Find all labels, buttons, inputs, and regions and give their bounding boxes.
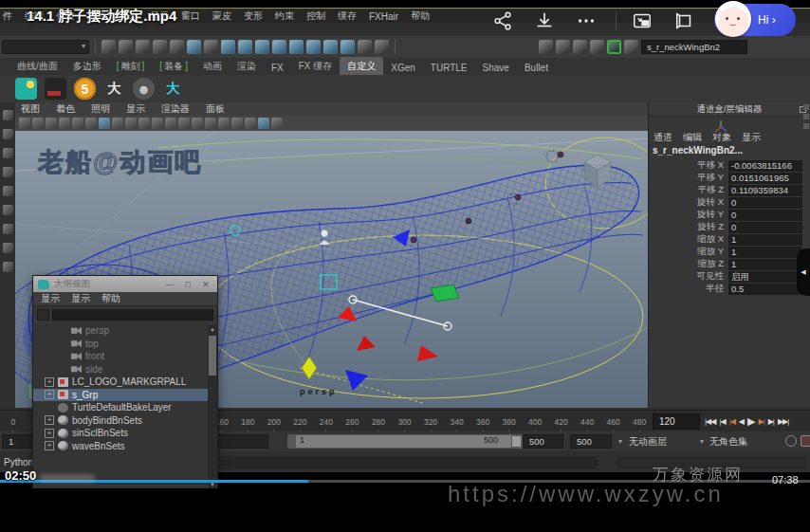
open-scene-icon[interactable] (119, 40, 133, 54)
lock-selection-icon[interactable] (358, 40, 372, 54)
grid-icon[interactable] (99, 118, 110, 129)
panel-menu-item[interactable]: 渲染器 (161, 102, 190, 116)
attribute-value[interactable]: -0.0063815166 (728, 160, 802, 172)
panel-menu-item[interactable]: 着色 (56, 102, 75, 116)
render-frame-icon[interactable] (539, 40, 553, 54)
shadows-icon[interactable] (245, 118, 256, 129)
shelf-tab[interactable]: Shave (475, 60, 517, 75)
bookmark-icon[interactable] (59, 118, 70, 129)
outliner-item[interactable]: + s_Grp (33, 389, 208, 402)
theater-mode-icon[interactable] (672, 8, 698, 34)
playback-end-field[interactable]: 500 (523, 434, 563, 449)
select-object-icon[interactable] (187, 40, 201, 54)
wireframe-icon[interactable] (192, 118, 203, 129)
shaded-icon[interactable] (205, 118, 216, 129)
film-gate-icon[interactable] (112, 118, 123, 129)
scroll-up-icon[interactable]: ▲ (208, 324, 217, 334)
x-ray-icon[interactable] (271, 118, 283, 129)
playback-button[interactable]: |◀◀ (704, 417, 716, 426)
panel-menu-item[interactable]: 视图 (21, 102, 40, 116)
more-icon[interactable] (573, 8, 599, 34)
range-handle[interactable] (512, 436, 521, 447)
hypershade-book-icon[interactable] (624, 40, 638, 54)
animation-end-field[interactable]: 500 (570, 434, 612, 449)
outliner-search-input[interactable] (52, 309, 213, 321)
shelf-tab[interactable]: 雕刻 (109, 57, 153, 75)
attribute-value[interactable]: 0.5 (728, 284, 802, 295)
make-live-icon[interactable] (323, 40, 338, 54)
layout-four-icon[interactable] (3, 243, 13, 253)
outliner-vertical-scrollbar[interactable]: ▲ ▼ (208, 324, 217, 489)
outliner-item[interactable]: + sinSclBnSets (33, 427, 208, 440)
attribute-value[interactable]: 0 (728, 210, 802, 221)
shelf-tab[interactable]: FX 缓存 (291, 57, 341, 75)
playback-button[interactable]: |◀ (718, 417, 726, 426)
account-button[interactable]: Hi › (714, 4, 796, 36)
safe-title-icon[interactable] (178, 118, 190, 129)
textured-icon[interactable] (218, 118, 230, 129)
snap-plane-icon[interactable] (272, 40, 286, 54)
outliner-item[interactable]: + top (33, 338, 208, 351)
attribute-name[interactable]: 平移 Z (649, 184, 724, 196)
render-sequence-icon[interactable] (573, 40, 587, 54)
channel-box-menu-item[interactable]: 通道 (654, 131, 672, 144)
outliner-item[interactable]: + front (33, 350, 208, 363)
share-icon[interactable] (489, 8, 516, 34)
2d-pan-zoom-icon[interactable] (85, 118, 97, 129)
image-plane-icon[interactable] (72, 118, 83, 129)
minimize-button[interactable]: — (163, 280, 176, 289)
lasso-select-icon[interactable] (204, 40, 218, 54)
attribute-name[interactable]: 缩放 Y (649, 246, 724, 258)
new-scene-icon[interactable] (101, 40, 116, 54)
quick-selection-input[interactable]: s_r_neckWingBn2 (641, 40, 747, 54)
snap-help-icon[interactable] (341, 40, 355, 54)
character-set-dropdown[interactable]: 无角色集 (709, 435, 747, 449)
side-panel-toggle[interactable]: ◀ (797, 248, 810, 296)
shelf-tab[interactable]: 多边形 (65, 57, 109, 75)
snap-curve-icon[interactable] (238, 40, 252, 54)
close-button[interactable]: ✕ (199, 280, 212, 289)
menu-item[interactable]: 控制 (306, 9, 325, 23)
outliner-item[interactable]: + TurtleDefaultBakeLayer (33, 401, 208, 414)
menu-item[interactable]: FXHair (369, 11, 398, 22)
shelf-tab[interactable]: Bullet (517, 60, 556, 75)
animation-prefs-icon[interactable] (801, 435, 810, 447)
channel-box-side-tabs[interactable] (803, 104, 809, 129)
menu-item[interactable]: 帮助 (411, 9, 430, 23)
auto-key-icon[interactable] (785, 435, 797, 447)
attribute-value[interactable]: 启用 (728, 271, 802, 283)
attribute-value[interactable]: 0.1109359834 (728, 185, 802, 196)
shelf-tab[interactable]: TURTLE (423, 60, 475, 75)
outliner-menu-item[interactable]: 显示 (41, 292, 60, 305)
attribute-name[interactable]: 旋转 X (649, 196, 724, 209)
shelf-tab[interactable]: 渲染 (230, 57, 264, 75)
attribute-value[interactable]: 0 (728, 222, 802, 233)
layout-single-icon[interactable] (3, 224, 13, 234)
playback-button[interactable]: ◀ (738, 417, 745, 426)
channel-tool-icon[interactable] (45, 78, 66, 100)
attribute-name[interactable]: 可见性 (649, 270, 724, 283)
attribute-value[interactable]: 1 (728, 234, 802, 246)
menu-item[interactable]: 蒙皮 (212, 9, 231, 23)
pip-icon[interactable] (629, 8, 655, 34)
outliner-item[interactable]: + waveBnSets (33, 440, 208, 453)
skull-icon[interactable] (133, 78, 155, 100)
expand-icon[interactable]: + (45, 441, 54, 450)
command-language-label[interactable]: Python (4, 457, 33, 468)
highlight-selection-icon[interactable] (375, 40, 389, 54)
download-icon[interactable] (531, 8, 558, 34)
attribute-name[interactable]: 旋转 Y (649, 209, 724, 221)
snap-center-icon[interactable] (306, 40, 321, 54)
shelf-tab[interactable]: 装备 (152, 57, 195, 75)
lasso-tool-icon[interactable] (3, 129, 13, 139)
playback-button[interactable]: |◀ (728, 417, 736, 426)
gate-mask-icon[interactable] (138, 118, 150, 129)
channel-box-menu-item[interactable]: 对象 (712, 131, 731, 144)
shelf-tab[interactable]: 动画 (195, 57, 230, 75)
outliner-titlebar[interactable]: 大纲视图 — □ ✕ (33, 276, 217, 292)
shelf-tab[interactable]: XGen (383, 60, 423, 75)
outliner-menu-item[interactable]: 显示 (71, 292, 90, 305)
filter-icon[interactable] (37, 309, 49, 321)
selection-mask-dropdown[interactable] (2, 40, 89, 54)
shelf-tab[interactable]: FX (264, 60, 291, 75)
